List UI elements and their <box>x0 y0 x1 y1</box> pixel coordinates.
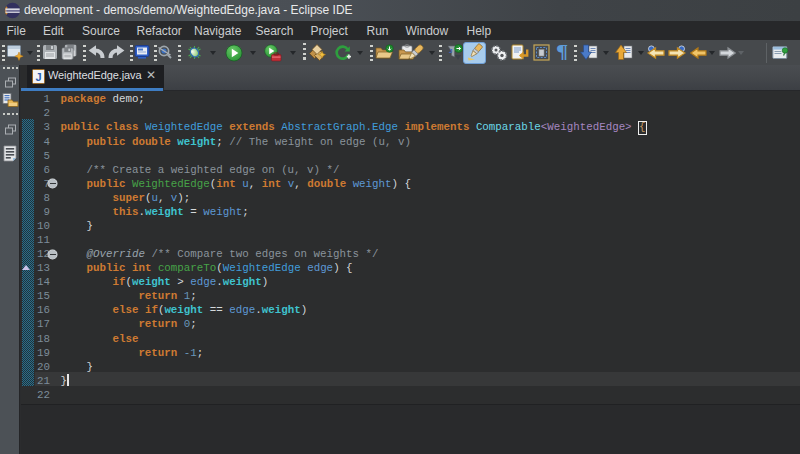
svg-text:J: J <box>35 71 41 83</box>
svg-text:J: J <box>449 48 452 54</box>
